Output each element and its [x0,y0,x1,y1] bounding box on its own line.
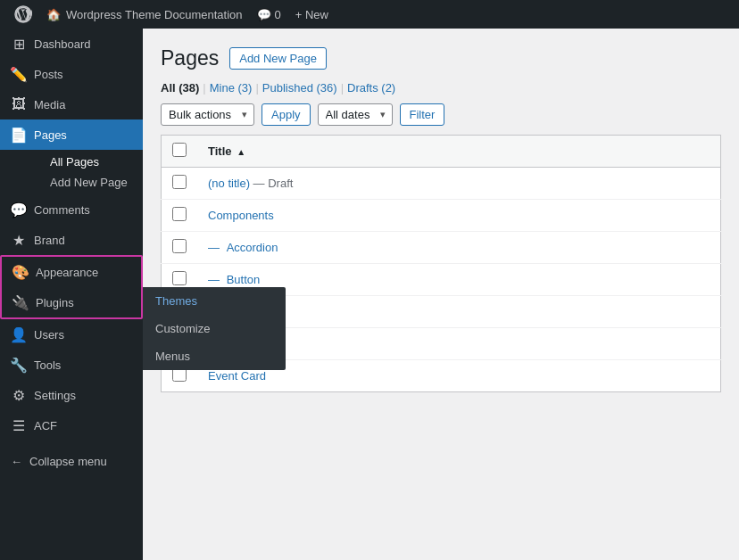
table-row: Components [162,200,721,232]
acf-icon: ☰ [11,417,27,433]
plugins-icon: 🔌 [12,294,29,310]
filter-tab-published[interactable]: Published (36) [262,81,337,95]
table-row: (no title) — Draft [162,168,721,200]
row-checkbox-cell [162,168,198,200]
page-title-link[interactable]: (no title) [208,177,250,190]
bulk-actions-wrap: Bulk actions [161,103,254,126]
sidebar-item-tools[interactable]: 🔧 Tools [0,350,143,380]
all-dates-select[interactable]: All dates [318,103,393,126]
comments-icon: 💬 [257,8,271,21]
media-icon: 🖼 [11,96,27,112]
layout: ⊞ Dashboard ✏️ Posts 🖼 Media 📄 Pages All… [0,29,739,560]
collapse-menu-button[interactable]: ← Collapse menu [0,448,143,475]
new-content-menu[interactable]: + New [288,8,336,21]
row-draft-label: — Draft [250,177,293,190]
add-new-page-button[interactable]: Add New Page [229,47,327,70]
row-title-cell: (no title) — Draft [197,168,721,200]
page-title-link[interactable]: Accordion [227,241,278,254]
page-header: Pages Add New Page [161,46,721,70]
comments-icon: 💬 [11,202,27,218]
row-select-checkbox[interactable] [172,271,187,285]
sidebar-item-settings[interactable]: ⚙ Settings [0,380,143,410]
row-select-checkbox[interactable] [172,239,187,253]
indent-dash: — [208,273,227,286]
row-select-checkbox[interactable] [172,175,187,189]
appearance-icon: 🎨 [12,264,29,280]
sidebar-item-acf[interactable]: ☰ ACF [0,410,143,441]
row-title-cell: Components [197,200,721,232]
filter-sep-3: | [341,81,344,95]
filter-tabs: All (38) | Mine (3) | Published (36) | D… [161,81,721,95]
select-all-th [162,136,198,168]
site-name[interactable]: 🏠 Wordpress Theme Documentation [39,8,250,21]
users-icon: 👤 [11,326,27,342]
sidebar-item-pages[interactable]: 📄 Pages [0,119,143,150]
filter-button[interactable]: Filter [400,103,445,126]
collapse-icon: ← [11,455,22,468]
appearance-submenu-menus[interactable]: Menus [143,342,286,370]
filter-tab-drafts[interactable]: Drafts (2) [347,81,395,95]
page-title-link[interactable]: Event Card [208,369,266,383]
sidebar-item-appearance[interactable]: 🎨 Appearance [2,257,141,287]
sidebar-sub-add-new-page[interactable]: Add New Page [25,172,143,193]
page-title: Pages [161,46,219,70]
sidebar-item-brand[interactable]: ★ Brand [0,225,143,255]
appearance-submenu-customize[interactable]: Customize [143,315,286,342]
topbar: 🏠 Wordpress Theme Documentation 💬 0 + Ne… [0,0,739,29]
row-checkbox-cell [162,232,198,264]
filter-tab-all[interactable]: All (38) [161,81,199,95]
all-dates-wrap: All dates [318,103,393,126]
sidebar-item-dashboard[interactable]: ⊞ Dashboard [0,29,143,59]
home-icon: 🏠 [46,8,61,21]
indent-dash: — [208,241,227,254]
dashboard-icon: ⊞ [11,36,27,52]
row-checkbox-cell [162,200,198,232]
page-title-link[interactable]: Button [227,273,261,286]
toolbar: Bulk actions Apply All dates Filter [161,103,721,135]
brand-icon: ★ [11,232,27,248]
sidebar-item-plugins[interactable]: 🔌 Plugins [2,287,141,317]
sidebar-item-posts[interactable]: ✏️ Posts [0,59,143,89]
apply-button[interactable]: Apply [262,103,311,126]
filter-sep-2: | [255,81,258,95]
comments-link[interactable]: 💬 0 [250,8,288,21]
pages-icon: 📄 [11,127,27,143]
select-all-checkbox[interactable] [172,143,187,157]
table-row: — Accordion [162,232,721,264]
sidebar-item-media[interactable]: 🖼 Media [0,89,143,119]
filter-sep-1: | [203,81,205,95]
sort-icon: ▲ [237,147,245,157]
row-title-cell: — Accordion [197,232,721,264]
appearance-submenu: Themes Customize Menus [143,287,286,370]
bulk-actions-select[interactable]: Bulk actions [161,103,254,126]
sidebar-sub-all-pages[interactable]: All Pages [25,152,143,172]
title-column-header[interactable]: Title ▲ [197,136,721,168]
sidebar-item-users[interactable]: 👤 Users [0,319,143,350]
row-select-checkbox[interactable] [172,207,187,221]
sidebar: ⊞ Dashboard ✏️ Posts 🖼 Media 📄 Pages All… [0,29,143,560]
appearance-submenu-themes[interactable]: Themes [143,287,286,315]
wp-logo[interactable] [7,5,39,23]
tools-icon: 🔧 [11,357,27,373]
posts-icon: ✏️ [11,66,27,82]
sidebar-item-comments[interactable]: 💬 Comments [0,194,143,225]
settings-icon: ⚙ [11,387,27,403]
page-title-link[interactable]: Components [208,209,274,222]
filter-tab-mine[interactable]: Mine (3) [210,81,253,95]
